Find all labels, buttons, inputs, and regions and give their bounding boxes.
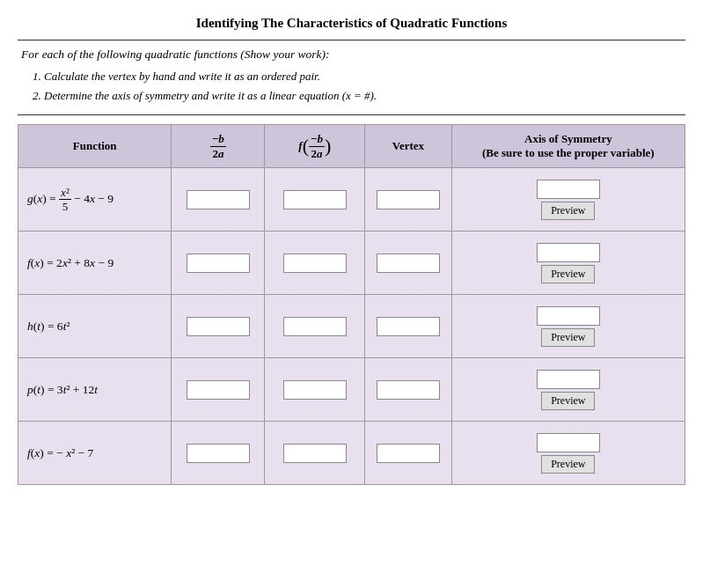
vertex-input-cell-1[interactable] [365, 168, 452, 232]
function-cell-3: h(t) = 6t² [18, 295, 172, 358]
b2a-input-cell-1[interactable] [172, 168, 265, 232]
preview-button-4[interactable]: Preview [541, 392, 595, 410]
axis-cell-1: Preview [451, 168, 685, 232]
vertex-input-5[interactable] [377, 444, 440, 463]
table-row: h(t) = 6t² Preview [18, 295, 685, 358]
vertex-input-cell-4[interactable] [365, 358, 452, 422]
instructions-intro: For each of the following quadratic func… [21, 48, 685, 62]
divider-top [18, 40, 685, 40]
axis-input-2[interactable] [537, 243, 600, 262]
axis-cell-2: Preview [451, 232, 685, 295]
fb2a-input-cell-3[interactable] [265, 295, 365, 358]
vertex-input-2[interactable] [377, 254, 440, 273]
b2a-input-1[interactable] [187, 190, 250, 209]
fb2a-input-3[interactable] [283, 317, 347, 336]
fb2a-input-2[interactable] [283, 254, 347, 273]
vertex-input-cell-3[interactable] [365, 295, 452, 358]
axis-cell-4: Preview [451, 358, 685, 422]
vertex-input-1[interactable] [377, 190, 440, 209]
b2a-input-5[interactable] [187, 444, 250, 463]
b2a-input-4[interactable] [187, 380, 250, 400]
vertex-input-4[interactable] [377, 380, 440, 400]
instruction-step-2: Determine the axis of symmetry and write… [44, 86, 685, 106]
preview-button-5[interactable]: Preview [541, 455, 595, 474]
function-cell-5: f(x) = − x² − 7 [18, 422, 172, 485]
b2a-input-cell-3[interactable] [172, 295, 265, 358]
fb2a-input-5[interactable] [283, 444, 347, 463]
b2a-input-2[interactable] [187, 254, 250, 273]
table-row: g(x) = x²5 − 4x − 9 Preview [18, 168, 685, 232]
preview-button-3[interactable]: Preview [541, 328, 595, 347]
header-axis: Axis of Symmetry(Be sure to use the prop… [451, 125, 685, 168]
axis-input-1[interactable] [537, 180, 600, 199]
main-table: Function −b 2a f( −b 2a ) Vertex Axis of… [18, 124, 685, 485]
axis-cell-3: Preview [451, 295, 685, 358]
fb2a-input-4[interactable] [283, 380, 347, 400]
header-vertex: Vertex [365, 125, 452, 168]
function-cell-4: p(t) = 3t² + 12t [18, 358, 172, 422]
header-function: Function [18, 125, 172, 168]
table-row: p(t) = 3t² + 12t Preview [18, 358, 685, 422]
preview-button-2[interactable]: Preview [541, 265, 595, 283]
function-cell-1: g(x) = x²5 − 4x − 9 [18, 168, 172, 232]
b2a-input-cell-2[interactable] [172, 232, 265, 295]
vertex-input-cell-2[interactable] [365, 232, 452, 295]
page-title: Identifying The Characteristics of Quadr… [18, 16, 685, 31]
table-row: f(x) = − x² − 7 Preview [18, 422, 685, 485]
axis-cell-5: Preview [451, 422, 685, 485]
instruction-list: Calculate the vertex by hand and write i… [44, 67, 685, 106]
vertex-input-3[interactable] [377, 317, 440, 336]
divider-bottom [18, 114, 685, 115]
table-row: f(x) = 2x² + 8x − 9 Preview [18, 232, 685, 295]
header-b2a: −b 2a [172, 125, 265, 168]
b2a-input-cell-4[interactable] [172, 358, 265, 422]
fb2a-input-1[interactable] [283, 190, 347, 209]
function-cell-2: f(x) = 2x² + 8x − 9 [18, 232, 172, 295]
b2a-input-3[interactable] [187, 317, 250, 336]
fb2a-input-cell-1[interactable] [265, 168, 365, 232]
axis-input-4[interactable] [537, 370, 600, 389]
fb2a-input-cell-5[interactable] [265, 422, 365, 485]
fb2a-input-cell-2[interactable] [265, 232, 365, 295]
instruction-step-1: Calculate the vertex by hand and write i… [44, 67, 685, 86]
preview-button-1[interactable]: Preview [541, 202, 595, 220]
header-fb2a: f( −b 2a ) [265, 125, 365, 168]
axis-input-3[interactable] [537, 306, 600, 326]
axis-input-5[interactable] [537, 433, 600, 452]
fb2a-input-cell-4[interactable] [265, 358, 365, 422]
vertex-input-cell-5[interactable] [365, 422, 452, 485]
b2a-input-cell-5[interactable] [172, 422, 265, 485]
